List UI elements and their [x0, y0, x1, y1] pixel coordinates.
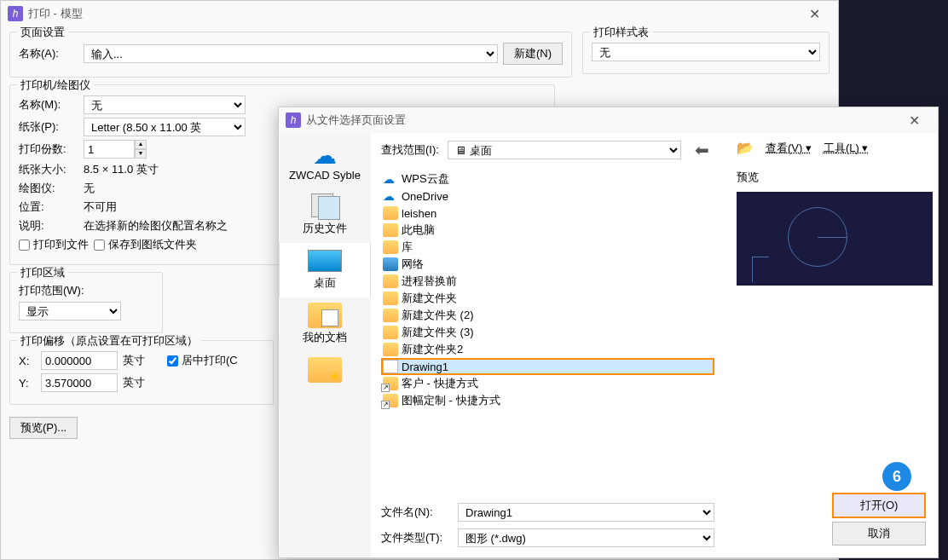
file-item-label: WPS云盘 — [402, 171, 449, 187]
style-table-select[interactable]: 无 — [592, 43, 820, 61]
close-icon[interactable]: ✕ — [897, 108, 931, 132]
copies-spinner[interactable]: ▲▼ — [84, 140, 147, 159]
desc-value: 在选择新的绘图仪配置名称之 — [84, 218, 228, 234]
history-icon — [308, 193, 342, 219]
page-setup-name-select[interactable]: 输入... — [84, 44, 498, 63]
shortcut-icon — [383, 377, 398, 390]
range-label: 打印范围(W): — [19, 283, 84, 298]
range-select[interactable]: 显示 — [19, 302, 121, 320]
lookin-select[interactable]: 🖥 桌面 — [448, 141, 681, 159]
style-legend: 打印样式表 — [590, 25, 652, 40]
file-item[interactable]: Drawing1 — [381, 358, 714, 375]
file-item[interactable]: 此电脑 — [381, 222, 714, 239]
back-arrow-icon[interactable]: ⬅ — [690, 140, 714, 160]
file-item[interactable]: 新建文件夹 — [381, 290, 714, 307]
folder-open-icon[interactable]: 📂 — [737, 140, 754, 156]
cloud-icon: ☁ — [308, 145, 342, 167]
desktop-icon — [308, 250, 342, 272]
offset-group: 打印偏移（原点设置在可打印区域） X: 英寸 居中打印(C Y: 英寸 — [9, 340, 274, 405]
network-folder-icon — [383, 257, 398, 271]
spin-up-icon[interactable]: ▲ — [135, 140, 147, 149]
center-print-checkbox[interactable]: 居中打印(C — [167, 353, 238, 368]
file-dialog-window: h 从文件选择页面设置 ✕ ☁ ZWCAD Syble 历史文件 桌面 我的文档 — [278, 107, 939, 558]
filetype-row: 文件类型(T): 图形 (*.dwg) — [381, 525, 714, 551]
file-item[interactable]: leishen — [381, 205, 714, 222]
y-unit: 英寸 — [123, 375, 145, 390]
preview-button[interactable]: 预览(P)... — [9, 417, 78, 439]
file-item-label: 网络 — [402, 257, 424, 272]
desc-label: 说明: — [19, 218, 78, 234]
cancel-button[interactable]: 取消 — [832, 522, 926, 546]
file-dialog-title: 从文件选择页面设置 — [306, 113, 406, 128]
file-item[interactable]: ☁OneDrive — [381, 188, 714, 205]
lookin-label: 查找范围(I): — [381, 142, 439, 158]
file-item-label: 新建文件夹 (2) — [402, 308, 474, 323]
file-dialog-titlebar: h 从文件选择页面设置 ✕ — [279, 107, 938, 133]
print-to-file-checkbox[interactable]: 打印到文件 — [19, 237, 89, 252]
filetype-select[interactable]: 图形 (*.dwg) — [458, 528, 714, 547]
spin-down-icon[interactable]: ▼ — [135, 149, 147, 159]
area-legend: 打印区域 — [17, 265, 68, 280]
file-item-label: 进程替换前 — [402, 274, 457, 289]
printer-name-select[interactable]: 无 — [84, 95, 246, 114]
x-unit: 英寸 — [123, 353, 145, 368]
file-item-label: leishen — [402, 207, 436, 220]
file-item-label: 此电脑 — [402, 222, 435, 238]
sidebar-syble[interactable]: ☁ ZWCAD Syble — [279, 140, 371, 188]
sidebar-favorites[interactable] — [279, 352, 371, 391]
sidebar-item-label: 我的文档 — [279, 330, 371, 345]
app-icon: h — [8, 6, 23, 21]
folder-icon — [383, 343, 398, 356]
file-item-label: 图幅定制 - 快捷方式 — [402, 393, 500, 408]
y-input[interactable] — [41, 373, 118, 392]
filename-input[interactable]: Drawing1 — [458, 503, 714, 522]
file-item-label: 客户 - 快捷方式 — [402, 376, 478, 391]
folder-icon — [383, 223, 398, 237]
paper-label: 纸张(P): — [19, 119, 78, 135]
file-item[interactable]: ☁WPS云盘 — [381, 170, 714, 188]
new-button[interactable]: 新建(N) — [503, 43, 563, 65]
file-dialog-main: 查找范围(I): 🖥 桌面 ⬅ ☁WPS云盘☁OneDriveleishen此电… — [371, 133, 725, 557]
documents-icon — [308, 303, 342, 328]
location-value: 不可用 — [84, 199, 117, 215]
file-item[interactable]: 进程替换前 — [381, 273, 714, 290]
sidebar-documents[interactable]: 我的文档 — [279, 297, 371, 352]
folder-icon — [383, 309, 398, 322]
file-item[interactable]: 新建文件夹 (3) — [381, 324, 714, 341]
page-setup-legend: 页面设置 — [17, 25, 68, 40]
file-item[interactable]: 网络 — [381, 256, 714, 273]
file-item[interactable]: 图幅定制 - 快捷方式 — [381, 392, 714, 409]
filename-label: 文件名(N): — [381, 505, 449, 520]
cloud-icon: ☁ — [383, 172, 398, 186]
paper-select[interactable]: Letter (8.50 x 11.00 英 — [84, 118, 246, 136]
filename-row: 文件名(N): Drawing1 — [381, 499, 714, 525]
close-icon[interactable]: ✕ — [797, 2, 831, 26]
save-to-folder-checkbox[interactable]: 保存到图纸文件夹 — [94, 237, 197, 252]
view-menu[interactable]: 查看(V) ▾ — [766, 141, 812, 156]
filetype-label: 文件类型(T): — [381, 530, 449, 546]
file-list[interactable]: ☁WPS云盘☁OneDriveleishen此电脑库网络进程替换前新建文件夹新建… — [381, 167, 714, 499]
sidebar-item-label: ZWCAD Syble — [279, 169, 371, 182]
file-item[interactable]: 新建文件夹2 — [381, 341, 714, 358]
open-button[interactable]: 打开(O) — [832, 493, 926, 518]
papersize-label: 纸张大小: — [19, 162, 78, 177]
file-item[interactable]: 客户 - 快捷方式 — [381, 375, 714, 392]
folder-icon — [383, 240, 398, 254]
copies-input[interactable] — [84, 140, 135, 159]
step-badge: 6 — [882, 462, 911, 491]
cloud-icon: ☁ — [383, 189, 398, 203]
file-dialog-right: 📂 查看(V) ▾ 工具(L) ▾ 预览 打开(O) 取消 — [725, 133, 938, 557]
folder-icon — [383, 206, 398, 220]
sidebar-desktop[interactable]: 桌面 — [279, 243, 371, 297]
tools-menu[interactable]: 工具(L) ▾ — [824, 141, 869, 156]
file-item[interactable]: 新建文件夹 (2) — [381, 307, 714, 324]
file-icon — [383, 360, 398, 373]
plotter-value: 无 — [84, 181, 95, 196]
file-item-label: 新建文件夹2 — [402, 342, 463, 357]
x-input[interactable] — [41, 351, 118, 370]
sidebar-history[interactable]: 历史文件 — [279, 188, 371, 243]
print-title: 打印 - 模型 — [28, 6, 83, 21]
folder-icon — [383, 274, 398, 288]
file-item[interactable]: 库 — [381, 239, 714, 256]
file-item-label: 新建文件夹 (3) — [402, 325, 474, 340]
